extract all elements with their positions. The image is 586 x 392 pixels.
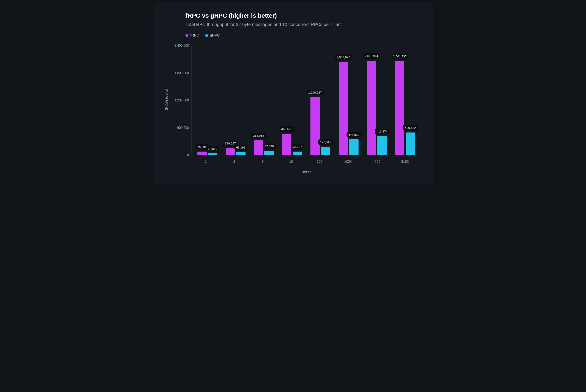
bar-group: 149,62763,163 [221,46,250,155]
bar-value-label: 178,517 [318,140,333,145]
bar-grpc[interactable]: 343,539 [349,140,358,155]
legend-item-frpc[interactable]: fRPC [186,33,199,38]
bar-value-label: 87,038 [262,144,276,149]
legend-dot-grpc [205,34,208,37]
bar-grpc[interactable]: 63,163 [236,152,246,155]
x-tick: 100 [306,160,334,164]
y-axis-label: RPCs/second [163,46,170,155]
x-tick: 4096 [362,160,391,164]
bar-grpc[interactable]: 34,890 [208,154,217,155]
bar-group: 75,08534,890 [193,46,221,155]
bar-value-label: 2,070,964 [363,53,380,59]
bar-value-label: 34,890 [206,146,219,151]
bar-value-label: 63,163 [234,145,247,150]
x-tick: 5 [248,160,277,164]
y-tick: 2,400,000 [174,44,189,48]
bar-value-label: 468,505 [280,126,294,132]
chart-subtitle: Total RPC throughput for 32-byte message… [186,22,421,27]
bar-group: 2,070,964413,374 [363,46,391,155]
x-tick: 10 [277,160,306,164]
x-tick: 1024 [334,160,362,164]
y-tick: 600,000 [177,126,189,130]
y-ticks: 0600,0001,200,0001,800,0002,400,000 [171,46,191,155]
x-axis-label: Clients [190,170,421,174]
bar-frpc[interactable]: 2,061,337 [395,61,404,155]
bar-grpc[interactable]: 87,038 [264,151,274,155]
x-axis: 12510100102440968192 [190,160,421,164]
bar-value-label: 343,539 [346,132,361,137]
bar-value-label: 413,374 [375,129,390,134]
chart-title: fRPC vs gRPC (higher is better) [186,12,421,19]
legend-label-frpc: fRPC [190,33,199,38]
bar-value-label: 2,061,337 [391,54,408,59]
bar-frpc[interactable]: 2,070,964 [367,61,376,155]
bar-value-label: 496,182 [403,125,418,130]
bar-grpc[interactable]: 496,182 [406,132,415,155]
bar-value-label: 318,918 [251,133,266,138]
bar-value-label: 73,797 [291,144,304,150]
bar-value-label: 2,042,622 [335,54,352,60]
bar-frpc[interactable]: 2,042,622 [339,62,348,155]
legend: fRPC gRPC [186,33,421,38]
bar-grpc[interactable]: 178,517 [321,147,330,155]
legend-item-grpc[interactable]: gRPC [205,33,220,38]
bar-grpc[interactable]: 73,797 [292,152,302,155]
plot-wrap: RPCs/second 0600,0001,200,0001,800,0002,… [163,46,421,155]
bar-group: 468,50573,797 [278,46,306,155]
bar-group: 318,91887,038 [250,46,278,155]
bar-grpc[interactable]: 413,374 [378,136,387,155]
bar-group: 2,061,337496,182 [391,46,419,155]
legend-label-grpc: gRPC [210,33,220,38]
bar-frpc[interactable]: 149,627 [226,148,235,155]
bar-frpc[interactable]: 318,918 [254,140,263,155]
y-tick: 1,800,000 [174,71,189,75]
bar-value-label: 1,269,637 [306,90,324,95]
plot-area: 75,08534,890149,62763,163318,91887,03846… [191,46,421,155]
x-tick: 8192 [391,160,419,164]
legend-dot-frpc [186,34,188,37]
bar-frpc[interactable]: 468,505 [282,134,292,155]
x-tick: 2 [220,160,248,164]
y-tick: 0 [187,154,189,157]
bar-group: 2,042,622343,539 [334,46,362,155]
y-tick: 1,200,000 [174,98,189,102]
bar-frpc[interactable]: 75,085 [198,152,207,155]
chart-container: fRPC vs gRPC (higher is better) Total RP… [153,2,433,184]
bar-frpc[interactable]: 1,269,637 [310,97,320,155]
bar-group: 1,269,637178,517 [306,46,334,155]
x-tick: 1 [192,160,220,164]
